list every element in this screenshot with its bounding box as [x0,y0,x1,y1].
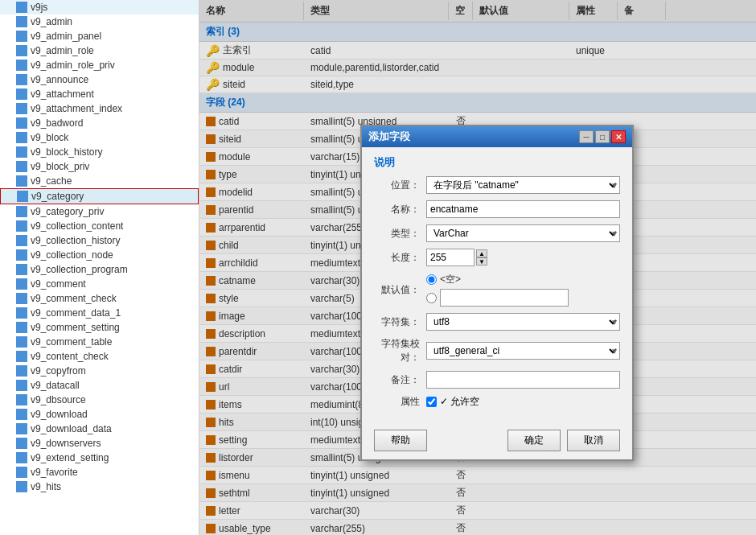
sidebar-item-v9_announce[interactable]: v9_announce [0,72,199,87]
sidebar-item-label: v9_download_data [31,423,112,434]
table-icon [16,132,27,143]
sidebar-item-v9_comment_setting[interactable]: v9_comment_setting [0,320,199,335]
table-icon [16,394,27,405]
sidebar-item-label: v9_admin_role [31,45,94,56]
table-icon [16,45,27,56]
table-icon [16,336,27,348]
sidebar-item-v9_block_priv[interactable]: v9_block_priv [0,159,199,174]
cancel-button[interactable]: 取消 [567,430,620,451]
sidebar-item-v9_attachment[interactable]: v9_attachment [0,87,199,101]
table-icon [16,117,27,129]
sidebar-item-v9_hits[interactable]: v9_hits [0,479,199,494]
spin-up-button[interactable]: ▲ [476,249,487,257]
table-icon [16,249,27,261]
sidebar-item-v9_admin_role[interactable]: v9_admin_role [0,43,199,58]
dialog-body: 说明 位置： 在字段后 "catname" ▼ [362,147,632,423]
sidebar-item-v9_download_data[interactable]: v9_download_data [0,422,199,436]
type-select-wrapper[interactable]: VarChar ▼ [426,224,620,242]
sidebar-item-v9_copyfrom[interactable]: v9_copyfrom [0,364,199,378]
charset-label: 字符集： [374,315,426,329]
sidebar-item-label: v9_admin_panel [31,31,101,42]
minimize-button[interactable]: ─ [579,130,594,143]
sidebar-item-v9_category[interactable]: v9_category [0,188,199,204]
type-select[interactable]: VarChar [426,224,620,242]
sidebar-item-v9_badword[interactable]: v9_badword [0,116,199,130]
sidebar-item-v9_comment_data_1[interactable]: v9_comment_data_1 [0,306,199,320]
sidebar-item-v9_downservers[interactable]: v9_downservers [0,436,199,451]
default-radio-empty[interactable] [426,274,437,285]
sidebar-item-label: v9_copyfrom [31,365,86,377]
sidebar-item-label: v9_extend_setting [31,452,109,463]
default-radio-custom[interactable] [426,293,437,303]
collation-select-wrapper[interactable]: utf8_general_ci ▼ [426,342,620,360]
maximize-button[interactable]: □ [595,130,610,143]
table-icon [16,16,27,27]
sidebar-item-v9_block[interactable]: v9_block [0,130,199,145]
sidebar-item-label: v9_datacall [31,380,80,391]
sidebar-item-v9_datacall[interactable]: v9_datacall [0,378,199,393]
confirm-button[interactable]: 确定 [507,430,561,451]
charset-select-wrapper[interactable]: utf8 ▼ [426,313,620,331]
table-icon [16,235,27,246]
table-icon [16,206,27,217]
help-button[interactable]: 帮助 [374,430,427,451]
sidebar-item-v9_admin_panel[interactable]: v9_admin_panel [0,29,199,43]
dialog-titlebar: 添加字段 ─ □ ✕ [362,126,632,147]
dialog-controls: ─ □ ✕ [579,130,626,143]
sidebar-item-label: v9_announce [31,74,88,85]
position-select-wrapper[interactable]: 在字段后 "catname" ▼ [426,176,620,194]
sidebar-item-v9_cache[interactable]: v9_cache [0,174,199,188]
allow-null-label: ✓ 允许空 [440,395,479,409]
sidebar-item-v9_collection_content[interactable]: v9_collection_content [0,219,199,233]
default-row: 默认值： <空> [374,273,620,307]
sidebar-item-v9_block_history[interactable]: v9_block_history [0,145,199,159]
comment-input[interactable] [426,371,620,389]
name-label: 名称： [374,203,426,216]
close-button[interactable]: ✕ [611,130,626,143]
table-icon [16,423,27,434]
table-icon [16,293,27,304]
sidebar-item-v9_dbsource[interactable]: v9_dbsource [0,393,199,407]
allow-null-checkbox[interactable] [426,397,437,407]
dialog-overlay: 添加字段 ─ □ ✕ 说明 位置： [199,0,756,535]
collation-select[interactable]: utf8_general_ci [426,342,620,360]
sidebar-item-label: v9_collection_content [31,220,123,232]
sidebar-item-v9_comment_check[interactable]: v9_comment_check [0,291,199,306]
table-icon [16,161,27,172]
sidebar-item-v9_admin_role_priv[interactable]: v9_admin_role_priv [0,58,199,72]
table-icon [16,380,27,391]
table-icon [16,278,27,290]
dialog-title: 添加字段 [368,130,410,144]
sidebar-item-v9_collection_history[interactable]: v9_collection_history [0,233,199,248]
default-radio-row-1: <空> [426,273,620,286]
sidebar-item-v9_admin[interactable]: v9_admin [0,14,199,29]
name-input[interactable] [426,200,620,218]
sidebar-item-label: v9_collection_history [31,235,120,246]
sidebar-item-v9_comment_table[interactable]: v9_comment_table [0,335,199,349]
type-row: 类型： VarChar ▼ [374,224,620,242]
sidebar-item-v9_collection_program[interactable]: v9_collection_program [0,262,199,277]
sidebar-item-label: v9_comment_setting [31,322,120,333]
table-icon [16,264,27,275]
default-custom-input[interactable] [440,289,569,307]
sidebar-item-v9js[interactable]: v9js [0,0,199,14]
table-icon [16,467,27,478]
position-select[interactable]: 在字段后 "catname" [426,176,620,194]
comment-row: 备注： [374,371,620,389]
sidebar-item-v9_attachment_index[interactable]: v9_attachment_index [0,101,199,116]
sidebar-item-v9_comment[interactable]: v9_comment [0,277,199,291]
sidebar-item-v9_collection_node[interactable]: v9_collection_node [0,248,199,262]
sidebar-item-v9_extend_setting[interactable]: v9_extend_setting [0,451,199,465]
sidebar-item-label: v9js [31,2,47,13]
sidebar-item-v9_download[interactable]: v9_download [0,407,199,422]
spin-down-button[interactable]: ▼ [476,257,487,265]
sidebar-item-v9_category_priv[interactable]: v9_category_priv [0,204,199,219]
charset-select[interactable]: utf8 [426,313,620,331]
table-icon [16,103,27,114]
sidebar-item-v9_favorite[interactable]: v9_favorite [0,465,199,479]
collation-row: 字符集校对： utf8_general_ci ▼ [374,337,620,364]
sidebar-item-label: v9_block_history [31,146,102,158]
length-input[interactable] [426,249,475,266]
sidebar-item-label: v9_attachment [31,88,94,100]
sidebar-item-v9_content_check[interactable]: v9_content_check [0,349,199,364]
